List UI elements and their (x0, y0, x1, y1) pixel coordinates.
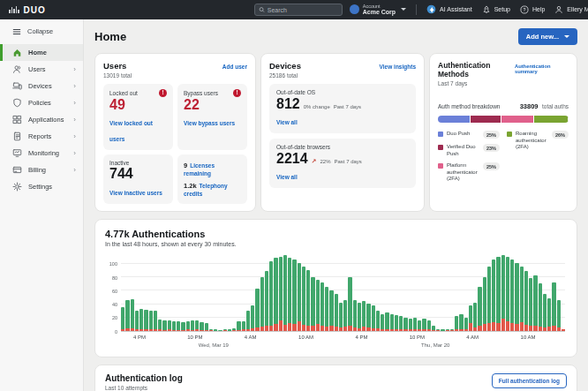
chart-bar[interactable] (329, 290, 333, 331)
search-box[interactable] (254, 4, 343, 16)
sidebar-item-policies[interactable]: Policies› (0, 94, 83, 111)
chart-bar[interactable] (510, 259, 514, 330)
setup-button[interactable]: Setup (482, 5, 510, 14)
chart-bar[interactable] (168, 320, 171, 330)
chart-bar[interactable] (237, 321, 240, 331)
chart-bar[interactable] (209, 329, 213, 331)
duo-logo[interactable]: DUO (9, 5, 46, 15)
chart-bar[interactable] (562, 329, 565, 331)
chart-bar[interactable] (302, 267, 305, 331)
chart-bar[interactable] (557, 300, 561, 331)
chart-bar[interactable] (283, 255, 287, 331)
chart-bar[interactable] (366, 304, 370, 331)
licenses-remaining-link[interactable]: Licenses remaining (184, 162, 215, 177)
chart-bar[interactable] (381, 314, 384, 331)
chart-bar[interactable] (385, 312, 388, 331)
chart-bar[interactable] (422, 319, 426, 331)
chart-bar[interactable] (269, 261, 273, 331)
chart-bar[interactable] (399, 316, 403, 331)
sidebar-collapse-button[interactable]: Collapse (0, 23, 83, 40)
chart-bar[interactable] (427, 320, 431, 330)
sidebar-item-devices[interactable]: Devices› (0, 78, 83, 94)
sidebar-item-reports[interactable]: Reports› (0, 128, 83, 145)
view-inactive-users-link[interactable]: View inactive users (109, 190, 162, 196)
chart-bar[interactable] (279, 257, 283, 331)
chart-bar[interactable] (242, 321, 245, 331)
chart-bar[interactable] (524, 271, 528, 330)
sidebar-item-billing[interactable]: Billing› (0, 162, 83, 178)
help-button[interactable]: ? Help (520, 5, 545, 14)
chart-bar[interactable] (223, 329, 227, 331)
chart-bar[interactable] (496, 257, 500, 331)
chart-bar[interactable] (154, 311, 157, 331)
chart-bar[interactable] (214, 329, 217, 331)
chart-bar[interactable] (487, 267, 491, 331)
chart-bar[interactable] (177, 321, 180, 331)
chart-bar[interactable] (131, 299, 134, 331)
chart-bar[interactable] (343, 300, 347, 330)
chart-bar[interactable] (200, 322, 203, 331)
chart-bar[interactable] (144, 310, 147, 331)
chart-bar[interactable] (436, 329, 440, 331)
view-all-browsers-link[interactable]: View all (276, 174, 298, 180)
chart-bar[interactable] (265, 271, 268, 330)
chart-bar[interactable] (325, 287, 328, 331)
chart-bar[interactable] (506, 257, 509, 331)
chart-bar[interactable] (186, 321, 190, 331)
chart-bar[interactable] (195, 320, 199, 330)
chart-bar[interactable] (191, 320, 194, 330)
chart-bar[interactable] (552, 282, 555, 331)
sidebar-item-users[interactable]: Users› (0, 61, 83, 78)
chart-bar[interactable] (320, 282, 324, 331)
chart-bar[interactable] (409, 319, 412, 331)
chart-bar[interactable] (464, 318, 468, 331)
chart-bar[interactable] (413, 318, 417, 331)
chart-bar[interactable] (306, 270, 310, 331)
chart-bar[interactable] (149, 311, 153, 331)
add-new-button[interactable]: Add new... (518, 28, 577, 45)
chart-bar[interactable] (358, 303, 361, 331)
chart-bar[interactable] (395, 315, 398, 331)
chart-bar[interactable] (288, 258, 291, 331)
add-user-link[interactable]: Add user (222, 64, 247, 70)
chart-bar[interactable] (455, 316, 458, 331)
chart-bar[interactable] (543, 294, 547, 331)
chart-bar[interactable] (450, 329, 454, 331)
sidebar-item-applications[interactable]: Applications› (0, 111, 83, 128)
chart-bar[interactable] (362, 301, 366, 331)
chart-bar[interactable] (418, 320, 421, 331)
sidebar-item-settings[interactable]: Settings (0, 178, 83, 195)
account-switcher[interactable]: Account Acme Corp (350, 4, 406, 16)
chart-bar[interactable] (260, 277, 264, 331)
ai-assistant-button[interactable]: AI Assistant (426, 4, 472, 14)
chart-bar[interactable] (172, 321, 176, 331)
chart-bar[interactable] (139, 309, 143, 330)
chart-bar[interactable] (469, 305, 472, 331)
chart-bar[interactable] (335, 294, 338, 331)
chart-bar[interactable] (390, 314, 394, 331)
chart-bar[interactable] (483, 277, 486, 331)
chart-bar[interactable] (246, 311, 250, 331)
chart-bar[interactable] (292, 259, 296, 330)
chart-bar[interactable] (205, 323, 208, 331)
user-menu[interactable]: Ellery Munson (554, 5, 588, 14)
chart-bar[interactable] (232, 328, 236, 331)
chart-bar[interactable] (515, 263, 518, 331)
authentication-summary-link[interactable]: Authentication summary (515, 64, 569, 74)
view-bypass-users-link[interactable]: View bypass users (184, 120, 235, 126)
chart-bar[interactable] (339, 303, 343, 331)
chart-bar[interactable] (316, 280, 320, 330)
chart-bar[interactable] (441, 329, 444, 331)
chart-bar[interactable] (353, 300, 357, 330)
chart-bar[interactable] (533, 275, 537, 331)
chart-bar[interactable] (372, 305, 375, 331)
chart-bar[interactable] (311, 277, 314, 331)
chart-bar[interactable] (446, 329, 449, 331)
chart-bar[interactable] (501, 255, 505, 331)
search-input[interactable] (268, 7, 338, 13)
chart-bar[interactable] (121, 307, 124, 331)
chart-bar[interactable] (478, 287, 481, 331)
chart-bar[interactable] (348, 277, 351, 331)
chart-bar[interactable] (539, 283, 542, 331)
sidebar-item-monitoring[interactable]: Monitoring› (0, 145, 83, 162)
